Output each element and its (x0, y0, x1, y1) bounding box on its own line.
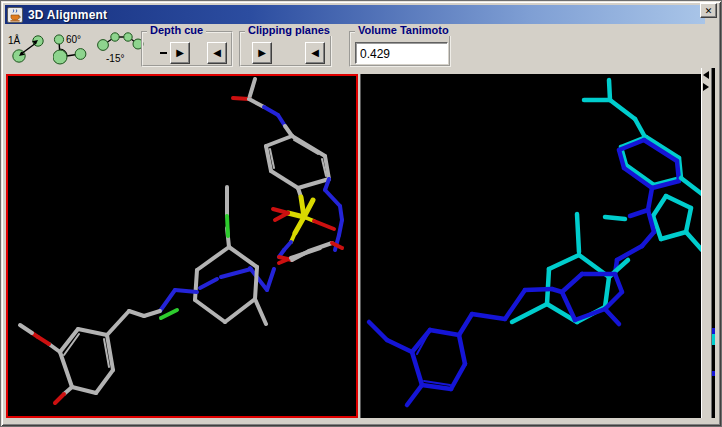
svg-text:60°: 60° (66, 34, 81, 45)
reference-molecule-drawing (8, 76, 356, 416)
volume-tanimoto-label: Volume Tanimoto (355, 24, 452, 36)
expand-right-icon[interactable] (703, 83, 709, 91)
svg-text:1Å: 1Å (8, 34, 21, 46)
clipping-forward-button[interactable]: ▶ (252, 42, 272, 64)
java-app-icon (7, 7, 23, 23)
depth-cue-forward-button[interactable]: ▶ (170, 42, 190, 64)
reference-molecule-viewport[interactable] (6, 74, 358, 418)
volume-tanimoto-value-field[interactable] (355, 42, 448, 64)
arrow-left-icon: ◀ (311, 48, 319, 58)
close-button[interactable]: ✕ (700, 3, 717, 18)
clipping-planes-label: Clipping planes (245, 24, 333, 36)
clipping-planes-group: Clipping planes ▶ ◀ (239, 31, 332, 67)
alignment-overlay-drawing (361, 74, 701, 418)
title-bar[interactable]: 3D Alignment (5, 5, 705, 24)
depth-cue-label: Depth cue (147, 24, 206, 36)
arrow-right-icon: ▶ (176, 48, 184, 58)
clipping-backward-button[interactable]: ◀ (305, 42, 325, 64)
angle-tool-icon[interactable]: 60° (53, 31, 97, 65)
svg-text:-15°: -15° (106, 53, 124, 64)
collapse-left-icon[interactable] (703, 71, 709, 79)
alignment-overlay-viewport[interactable] (360, 74, 701, 418)
close-icon: ✕ (705, 6, 713, 16)
depth-cue-group: Depth cue ▶ ◀ (141, 31, 233, 67)
collapsed-panel-sliver (712, 68, 715, 418)
distance-tool-icon[interactable]: 1Å (7, 31, 51, 65)
arrow-left-icon: ◀ (213, 48, 221, 58)
arrow-right-icon: ▶ (258, 48, 266, 58)
3d-alignment-window: 3D Alignment ✕ 1Å 60° -15° Depth cue (0, 0, 722, 427)
split-pane-divider[interactable] (701, 68, 712, 418)
volume-tanimoto-group: Volume Tanimoto (349, 31, 451, 67)
depth-cue-backward-button[interactable]: ◀ (207, 42, 227, 64)
window-title: 3D Alignment (28, 8, 107, 22)
minus-dash (160, 52, 167, 54)
torsion-tool-icon[interactable]: -15° (97, 31, 147, 65)
